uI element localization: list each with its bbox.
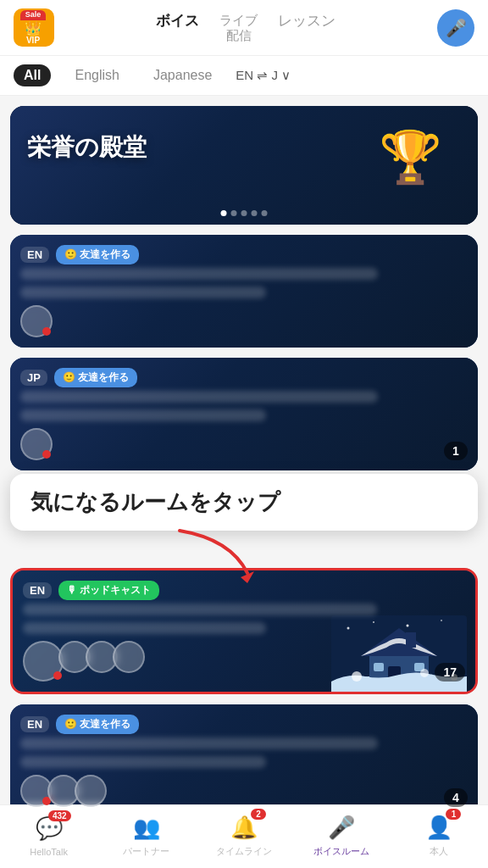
svg-point-5	[441, 620, 442, 621]
crown-icon: 👑	[25, 21, 42, 36]
member-count-2: 1	[444, 442, 468, 460]
nav-partner[interactable]: 👥 パートナー	[97, 812, 195, 858]
top-nav: Sale 👑 VIP ボイス ライブ配信 レッスン 🎤	[0, 0, 488, 56]
avatar-1	[20, 305, 53, 337]
room-subtitle-blur-3	[23, 622, 266, 634]
room-footer-3: 17	[23, 641, 465, 682]
banner-dots	[221, 210, 268, 216]
timeline-icon-wrap: 🔔 2	[229, 812, 259, 843]
nav-timeline[interactable]: 🔔 2 タイムライン	[195, 812, 292, 858]
room-footer-2: 1	[20, 428, 468, 460]
vip-label: VIP	[26, 36, 40, 45]
tab-live[interactable]: ライブ配信	[219, 13, 258, 43]
hellotalk-badge: 432	[48, 810, 71, 821]
room-card-2[interactable]: JP 🙂 友達を作る 1	[10, 358, 478, 470]
avatar-group-1	[20, 305, 47, 337]
mic-icon: 🎤	[446, 18, 467, 38]
tooltip-area: 気になるルームをタップ	[10, 474, 478, 581]
svg-point-3	[373, 621, 374, 623]
room-footer-4: 4	[20, 775, 468, 807]
filter-japanese[interactable]: Japanese	[143, 64, 222, 86]
timeline-label: タイムライン	[216, 845, 272, 858]
main-content: 栄誉の殿堂 🏆 EN 🙂 友達を作る	[0, 96, 488, 868]
hellotalk-icon-wrap: 💬 432	[34, 814, 64, 844]
avatar-4c	[75, 775, 107, 807]
room-subtitle-blur-4	[20, 756, 266, 768]
dot-1	[221, 210, 227, 216]
nav-profile[interactable]: 👤 1 本人	[391, 812, 488, 858]
timeline-badge: 2	[251, 809, 266, 820]
profile-badge: 1	[446, 809, 461, 820]
partner-icon-wrap: 👥	[131, 812, 162, 843]
filter-exchange[interactable]: EN ⇌ J ∨	[236, 68, 291, 83]
partner-label: パートナー	[123, 845, 169, 858]
mic-button[interactable]: 🎤	[437, 9, 474, 47]
filter-all[interactable]: All	[14, 64, 51, 86]
room-header-1: EN 🙂 友達を作る	[20, 245, 468, 264]
recording-dot-3	[53, 671, 62, 680]
room-header-2: JP 🙂 友達を作る	[20, 368, 468, 387]
type-badge-friend-4: 🙂 友達を作る	[56, 715, 139, 734]
filter-tabs: All English Japanese EN ⇌ J ∨	[0, 56, 488, 96]
profile-icon-wrap: 👤 1	[424, 812, 454, 843]
hellotalk-label: HelloTalk	[30, 847, 68, 857]
nav-hellotalk[interactable]: 💬 432 HelloTalk	[0, 814, 97, 857]
avatar-3d	[113, 641, 145, 673]
dot-2	[231, 210, 237, 216]
room-title-blur-3	[23, 604, 377, 615]
honor-banner[interactable]: 栄誉の殿堂 🏆	[10, 106, 478, 225]
room-subtitle-blur	[20, 287, 266, 298]
filter-english[interactable]: English	[64, 64, 129, 86]
room-title-blur-2	[20, 391, 378, 403]
room-header-4: EN 🙂 友達を作る	[20, 715, 468, 734]
room-title-blur-4	[20, 737, 378, 749]
avatar-2	[20, 428, 53, 460]
bottom-nav: 💬 432 HelloTalk 👥 パートナー 🔔 2 タイムライン 🎤 ボイス…	[0, 804, 488, 868]
recording-dot-2	[42, 450, 51, 459]
type-badge-friend-2: 🙂 友達を作る	[54, 368, 137, 387]
type-badge-podcast: 🎙 ポッドキャスト	[58, 581, 159, 600]
tab-lesson[interactable]: レッスン	[278, 13, 336, 43]
avatar-group-4	[20, 775, 102, 807]
avatar-group-3	[23, 641, 140, 682]
nav-voiceroom[interactable]: 🎤 ボイスルーム	[293, 812, 391, 858]
banner-title: 栄誉の殿堂	[27, 131, 147, 164]
partner-icon: 👥	[133, 815, 160, 841]
lang-badge-en: EN	[20, 247, 49, 263]
sale-label: Sale	[20, 10, 47, 20]
type-badge-friend: 🙂 友達を作る	[56, 245, 139, 264]
dot-4	[252, 210, 258, 216]
lang-badge-en-3: EN	[23, 582, 52, 598]
svg-point-2	[347, 627, 350, 630]
chevron-down-icon: ∨	[281, 68, 291, 83]
lang-badge-jp: JP	[20, 370, 47, 386]
profile-label: 本人	[430, 845, 448, 858]
nav-tabs: ボイス ライブ配信 レッスン	[61, 13, 430, 43]
voiceroom-icon-wrap: 🎤	[326, 812, 357, 843]
tab-voice[interactable]: ボイス	[156, 13, 199, 43]
voiceroom-label: ボイスルーム	[313, 845, 369, 858]
room-title-blur	[20, 268, 378, 280]
avatar-group-2	[20, 428, 47, 460]
arrow-svg	[163, 522, 281, 590]
lang-badge-en-4: EN	[20, 716, 49, 732]
dot-5	[262, 210, 268, 216]
arrow-area	[10, 531, 478, 581]
room-card-1[interactable]: EN 🙂 友達を作る	[10, 235, 478, 348]
room-subtitle-blur-2	[20, 409, 266, 421]
member-count-4: 4	[444, 788, 468, 807]
trophy-graphic: 🏆	[376, 114, 461, 216]
voiceroom-icon: 🎤	[328, 815, 355, 841]
room-footer-1	[20, 305, 468, 337]
svg-point-4	[407, 625, 409, 627]
room-card-4[interactable]: EN 🙂 友達を作る 4	[10, 704, 478, 817]
avatar-3a	[23, 641, 64, 682]
member-count-3: 17	[435, 663, 465, 682]
recording-dot	[42, 327, 51, 336]
dot-3	[241, 210, 247, 216]
vip-badge[interactable]: Sale 👑 VIP	[14, 8, 54, 47]
